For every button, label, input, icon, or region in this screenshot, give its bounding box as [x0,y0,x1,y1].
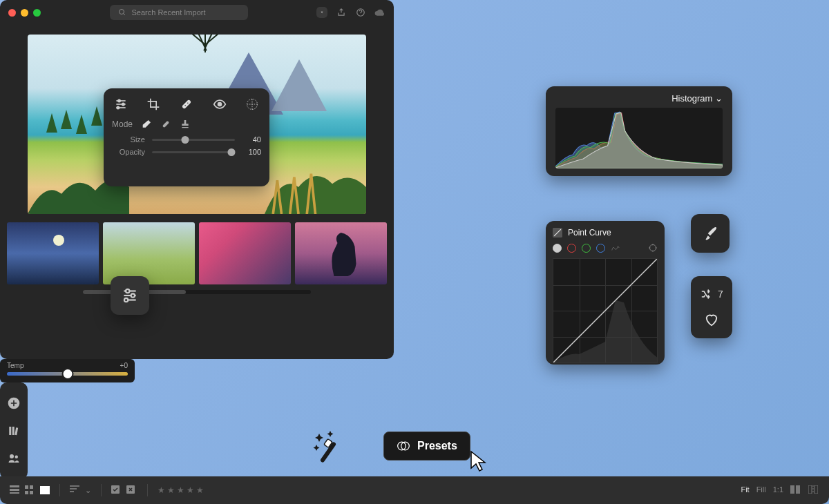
star-icon[interactable]: ★ [158,485,165,495]
scribble-icon[interactable] [611,243,620,253]
flag-reject-icon[interactable] [126,485,137,495]
people-button[interactable] [7,452,21,465]
svg-rect-12 [796,485,800,494]
size-label: Size [112,135,145,144]
svg-point-31 [126,289,129,293]
rating-stars[interactable]: ★ ★ ★ ★ ★ [158,485,204,495]
svg-rect-39 [15,427,18,435]
sync-count: 7 [718,289,723,300]
channel-luma[interactable] [553,244,562,253]
thumbnail-1[interactable] [7,222,99,284]
channel-red[interactable] [567,244,576,253]
titlebar: Search Recent Import [0,0,394,25]
star-icon[interactable]: ★ [177,485,184,495]
svg-rect-37 [9,427,11,435]
share-icon [336,8,346,17]
maximize-window-icon[interactable] [33,9,41,17]
presets-button[interactable]: Presets [383,432,470,461]
thumbnail-2[interactable] [103,222,195,284]
svg-rect-13 [808,485,812,494]
search-input[interactable]: Search Recent Import [110,5,248,20]
temp-label: Temp [7,362,23,369]
channel-blue[interactable] [596,244,605,253]
minimize-window-icon[interactable] [21,9,28,17]
zoom-fit[interactable]: Fit [741,485,749,495]
star-icon[interactable]: ★ [196,485,204,495]
presets-label: Presets [417,440,457,452]
star-icon[interactable]: ★ [187,485,194,495]
curve-icon [553,228,562,238]
adjust-sliders-icon[interactable] [113,97,128,112]
view-list-icon[interactable] [10,485,21,495]
temp-slider[interactable] [7,372,128,376]
zoom-fill[interactable]: Fill [756,485,766,495]
histogram-title[interactable]: Histogram [555,93,723,104]
share-button[interactable] [336,7,347,18]
svg-line-1 [123,14,125,16]
temp-value: +0 [120,362,128,369]
crop-icon[interactable] [146,97,161,112]
add-button[interactable] [7,396,21,410]
thumbnail-3[interactable] [199,222,291,284]
stamp-icon[interactable] [180,119,191,130]
filter-button[interactable] [316,7,327,18]
svg-point-23 [184,105,185,106]
svg-rect-11 [790,485,794,494]
size-slider[interactable] [152,139,235,141]
sync-panel: 7 [691,276,732,338]
channel-green[interactable] [582,244,591,253]
view-single-icon[interactable] [40,486,50,494]
svg-rect-38 [12,427,15,435]
opacity-slider[interactable] [152,151,235,153]
close-window-icon[interactable] [8,9,16,17]
svg-point-24 [187,102,188,103]
svg-rect-29 [162,121,169,128]
bottom-toolbar: ⌄ ★ ★ ★ ★ ★ Fit Fill 1:1 [0,476,829,504]
svg-rect-22 [182,99,191,109]
cloud-button[interactable] [374,7,385,18]
sort-icon[interactable] [70,485,81,495]
adjustments-button[interactable] [111,276,149,315]
brush-button[interactable] [691,214,730,253]
svg-point-43 [649,244,656,251]
heal-icon[interactable] [179,97,194,112]
svg-point-41 [15,456,19,459]
thumbnail-4[interactable] [295,222,387,284]
mode-label: Mode [112,119,133,129]
histogram-panel: Histogram [546,86,732,176]
mirror-icon[interactable] [808,485,819,495]
svg-point-25 [218,103,221,106]
flag-pick-icon[interactable] [111,485,122,495]
size-value: 40 [242,135,261,144]
search-icon [118,8,126,17]
funnel-icon [321,8,323,17]
point-curve-panel: Point Curve [546,221,665,365]
view-grid-icon[interactable] [25,485,36,495]
star-icon[interactable]: ★ [167,485,175,495]
presets-icon [397,439,410,453]
tools-panel: Mode Size 40 Opacity 100 [104,88,269,186]
chevron-down-icon[interactable]: ⌄ [85,486,91,495]
library-button[interactable] [7,424,21,438]
target-picker-icon[interactable] [648,243,658,253]
svg-point-17 [118,99,120,101]
curve-editor[interactable] [553,258,658,363]
zoom-one-to-one[interactable]: 1:1 [773,485,783,495]
opacity-value: 100 [242,148,261,156]
svg-point-35 [124,298,128,302]
eraser-icon[interactable] [141,119,152,130]
mask-mesh-icon[interactable] [245,97,260,112]
sliders-icon [121,287,139,304]
compare-icon[interactable] [790,485,801,495]
vertical-toolbar [0,382,28,479]
svg-point-0 [119,10,124,14]
help-button[interactable] [355,7,366,18]
redeye-icon[interactable] [212,97,227,112]
cursor-icon [470,450,489,472]
heart-icon[interactable] [704,313,719,327]
shuffle-icon[interactable] [700,289,714,300]
bandaid-icon[interactable] [160,119,171,130]
brush-icon [701,224,719,242]
search-placeholder: Search Recent Import [132,8,206,17]
svg-rect-4 [10,489,19,491]
